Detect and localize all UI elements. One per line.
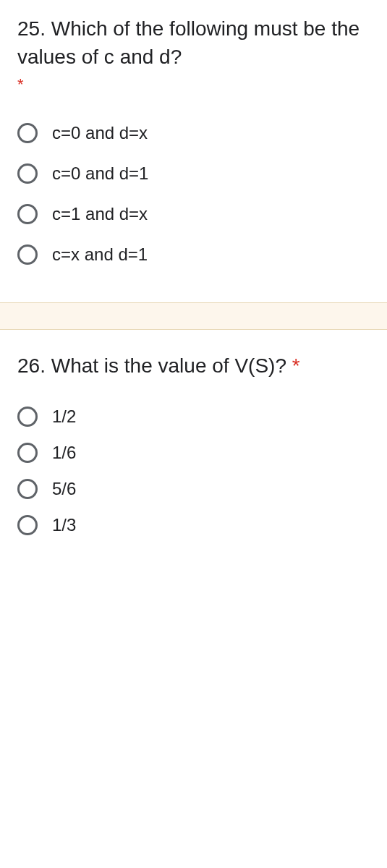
option-row[interactable]: c=1 and d=x: [17, 204, 370, 224]
radio-icon[interactable]: [17, 244, 38, 265]
option-row[interactable]: c=0 and d=1: [17, 163, 370, 184]
radio-icon[interactable]: [17, 163, 38, 184]
question-26-title-text: 26. What is the value of V(S)?: [17, 354, 292, 377]
option-label: c=x and d=1: [52, 244, 148, 265]
option-label: 1/2: [52, 407, 76, 427]
radio-icon[interactable]: [17, 407, 38, 427]
option-row[interactable]: 1/2: [17, 407, 370, 427]
option-row[interactable]: 1/3: [17, 515, 370, 535]
option-row[interactable]: 5/6: [17, 479, 370, 499]
radio-icon[interactable]: [17, 204, 38, 224]
radio-icon[interactable]: [17, 443, 38, 463]
question-25-title: 25. Which of the following must be the v…: [17, 14, 370, 71]
question-25: 25. Which of the following must be the v…: [0, 0, 387, 302]
question-25-options: c=0 and d=x c=0 and d=1 c=1 and d=x c=x …: [17, 123, 370, 265]
required-indicator: *: [17, 75, 24, 94]
option-label: 5/6: [52, 479, 76, 499]
option-row[interactable]: c=x and d=1: [17, 244, 370, 265]
radio-icon[interactable]: [17, 123, 38, 143]
option-label: c=0 and d=x: [52, 123, 148, 143]
section-divider: [0, 302, 387, 330]
required-indicator: *: [292, 354, 300, 377]
radio-icon[interactable]: [17, 479, 38, 499]
option-label: c=0 and d=1: [52, 163, 148, 184]
option-label: 1/6: [52, 443, 76, 463]
option-label: 1/3: [52, 515, 76, 535]
radio-icon[interactable]: [17, 515, 38, 535]
question-26: 26. What is the value of V(S)? * 1/2 1/6…: [0, 330, 387, 565]
option-row[interactable]: c=0 and d=x: [17, 123, 370, 143]
option-label: c=1 and d=x: [52, 204, 148, 224]
option-row[interactable]: 1/6: [17, 443, 370, 463]
question-26-options: 1/2 1/6 5/6 1/3: [17, 407, 370, 535]
question-26-title: 26. What is the value of V(S)? *: [17, 352, 370, 380]
